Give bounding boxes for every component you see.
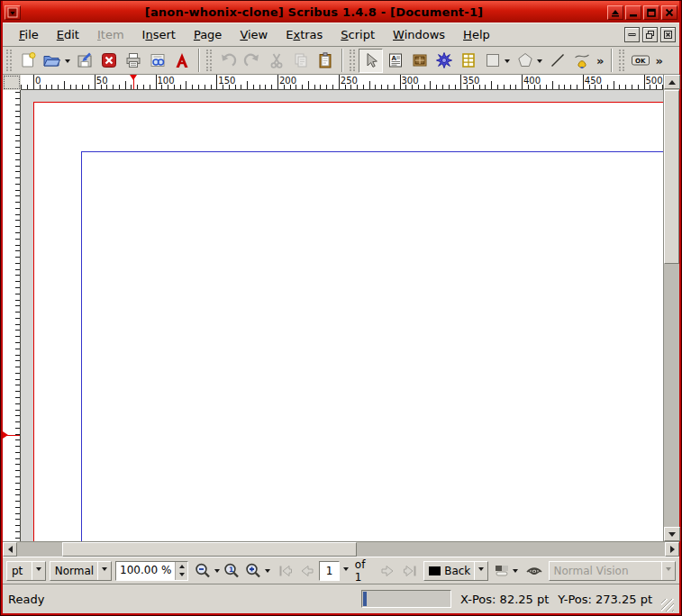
insert-shape-button[interactable]	[480, 49, 513, 73]
paste-icon	[316, 51, 334, 69]
minimize-button[interactable]	[625, 5, 641, 20]
insert-line-button[interactable]	[545, 49, 569, 73]
close-document-button[interactable]	[96, 49, 121, 73]
menu-windows[interactable]: Windows	[384, 25, 454, 44]
copy-icon	[292, 51, 310, 69]
mdi-minimize-button[interactable]	[624, 27, 640, 42]
ruler-tick	[442, 85, 443, 89]
menu-page[interactable]: Page	[185, 25, 231, 44]
preview-mode-button[interactable]	[523, 560, 545, 582]
insert-text-frame-button[interactable]: A	[383, 49, 407, 73]
layer-combo[interactable]: Back	[423, 561, 488, 581]
menu-file[interactable]: File	[10, 25, 48, 44]
mdi-close-button[interactable]	[660, 27, 676, 42]
zoom-out-button[interactable]	[192, 560, 221, 582]
scroll-up-button[interactable]	[664, 75, 680, 89]
tools-toolbar-handle[interactable]	[350, 50, 355, 71]
ruler-tick	[15, 531, 20, 532]
ruler-tick	[241, 85, 241, 89]
ruler-tick	[15, 385, 20, 385]
zoom-100-button[interactable]: 1	[221, 560, 242, 582]
vertical-scrollbar[interactable]	[663, 75, 679, 541]
ruler-label: 400	[523, 76, 541, 86]
menu-script[interactable]: Script	[332, 25, 384, 44]
horizontal-ruler[interactable]: 050100150200250300350400450500	[21, 75, 663, 90]
page-navigation: 1 of 1	[275, 558, 420, 584]
pdf-toolbar-handle[interactable]	[619, 50, 624, 71]
zoom-buttons: 1	[192, 560, 271, 582]
horizontal-scrollbar-track[interactable]	[357, 542, 665, 557]
maximize-button[interactable]	[643, 5, 659, 20]
page-of-label: of 1	[353, 558, 376, 584]
pdf-push-button[interactable]: OK	[628, 49, 652, 73]
edit-toolbar-handle[interactable]	[206, 50, 212, 71]
vertical-scrollbar-track[interactable]	[664, 264, 679, 527]
canvas[interactable]	[21, 90, 663, 541]
scroll-left-button[interactable]	[3, 542, 17, 557]
vertical-scrollbar-thumb[interactable]	[664, 90, 679, 264]
pdf-overflow-chevron[interactable]: »	[652, 54, 665, 68]
save-document-button[interactable]	[72, 49, 96, 73]
zoom-spinbox[interactable]: 100.00 %	[115, 561, 188, 581]
menu-insert[interactable]: Insert	[133, 25, 185, 44]
insert-polygon-button[interactable]	[513, 49, 545, 73]
status-message: Ready	[8, 593, 352, 606]
quality-value: Normal	[55, 565, 97, 577]
select-item-button[interactable]	[359, 49, 383, 73]
vertical-ruler[interactable]	[3, 90, 21, 541]
scroll-right-button[interactable]	[665, 542, 679, 557]
insert-table-button[interactable]	[456, 49, 480, 73]
menu-item: Item	[88, 25, 133, 44]
paste-button[interactable]	[313, 49, 337, 73]
scroll-down-button[interactable]	[664, 527, 680, 541]
horizontal-scrollbar-thumb[interactable]	[62, 542, 357, 557]
page-number-box[interactable]: 1	[319, 561, 339, 581]
window-menu-button[interactable]	[5, 5, 21, 20]
insert-image-frame-button[interactable]	[407, 49, 432, 73]
ruler-tick	[15, 525, 20, 526]
shade-button[interactable]	[607, 5, 623, 20]
ruler-tick	[308, 81, 309, 89]
insert-render-frame-button[interactable]	[432, 49, 456, 73]
insert-bezier-curve-button[interactable]	[569, 49, 594, 73]
save-as-pdf-button[interactable]	[169, 49, 194, 73]
file-toolbar-handle[interactable]	[6, 50, 12, 71]
page[interactable]	[33, 102, 663, 541]
insert-bezier-curve-icon	[573, 51, 591, 69]
mdi-restore-button[interactable]	[642, 27, 658, 42]
spin-down-icon	[179, 573, 185, 579]
ruler-tick	[15, 159, 20, 160]
menu-edit[interactable]: Edit	[48, 25, 88, 44]
ruler-label: 200	[279, 76, 296, 86]
menu-extras[interactable]: Extras	[277, 25, 332, 44]
menu-help[interactable]: Help	[454, 25, 499, 44]
ruler-label: 350	[462, 76, 479, 86]
close-button[interactable]	[661, 5, 677, 20]
ruler-tick	[302, 85, 303, 89]
zoom-value: 100.00 %	[116, 562, 175, 580]
ruler-tick	[229, 85, 230, 89]
print-document-button[interactable]	[121, 49, 145, 73]
open-document-button[interactable]	[40, 49, 72, 73]
ruler-tick	[15, 281, 20, 282]
zoom-spin-down-button[interactable]	[176, 571, 187, 580]
page-number-dropdown[interactable]	[341, 561, 351, 581]
preview-quality-button[interactable]	[492, 560, 519, 582]
ruler-tick	[168, 85, 168, 89]
zoom-in-button[interactable]	[242, 560, 271, 582]
ruler-tick	[15, 391, 20, 392]
application-body: FileEditItemInsertPageViewExtrasScriptWi…	[3, 23, 679, 613]
ruler-tick	[540, 85, 541, 89]
unit-combo[interactable]: pt	[6, 561, 46, 581]
zoom-spin-up-button[interactable]	[176, 562, 187, 571]
tools-overflow-chevron[interactable]: »	[594, 54, 606, 68]
menu-view[interactable]: View	[231, 25, 277, 44]
horizontal-scrollbar[interactable]	[3, 541, 679, 557]
new-document-button[interactable]	[15, 49, 40, 73]
resize-grip[interactable]	[661, 599, 674, 611]
preflight-verifier-button[interactable]	[145, 49, 169, 73]
ruler-tick	[15, 202, 20, 203]
ruler-origin-box[interactable]	[4, 76, 20, 89]
ruler-tick	[40, 85, 41, 89]
quality-combo[interactable]: Normal	[50, 561, 112, 581]
